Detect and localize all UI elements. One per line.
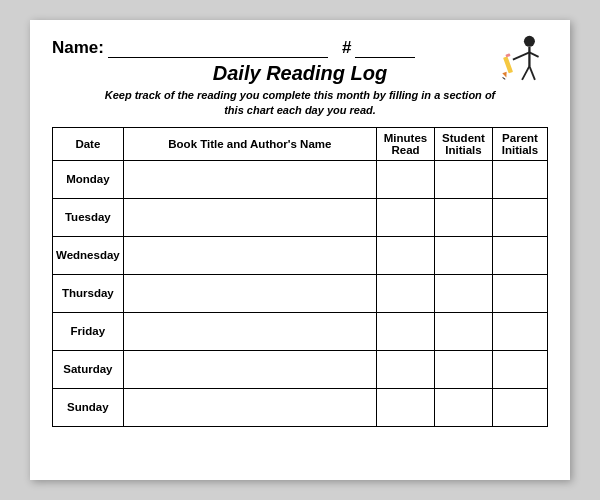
- minutes-cell: [377, 388, 435, 426]
- minutes-label: MinutesRead: [384, 132, 427, 156]
- page: Name: #: [30, 20, 570, 480]
- day-cell: Monday: [53, 160, 124, 198]
- col-header-date: Date: [53, 127, 124, 160]
- book-cell: [123, 198, 376, 236]
- book-cell: [123, 160, 376, 198]
- book-cell: [123, 236, 376, 274]
- table-row: Saturday: [53, 350, 548, 388]
- log-title: Daily Reading Log: [52, 62, 548, 85]
- student-initials-cell: [435, 274, 493, 312]
- minutes-cell: [377, 312, 435, 350]
- col-header-minutes: MinutesRead: [377, 127, 435, 160]
- table-row: Monday: [53, 160, 548, 198]
- svg-line-3: [529, 52, 538, 57]
- hash-section: #: [342, 38, 415, 58]
- parent-initials-cell: [493, 388, 548, 426]
- table-row: Sunday: [53, 388, 548, 426]
- day-cell: Sunday: [53, 388, 124, 426]
- header-area: Name: #: [52, 38, 548, 58]
- student-label: StudentInitials: [442, 132, 485, 156]
- day-cell: Thursday: [53, 274, 124, 312]
- book-cell: [123, 388, 376, 426]
- day-cell: Tuesday: [53, 198, 124, 236]
- parent-initials-cell: [493, 160, 548, 198]
- minutes-cell: [377, 198, 435, 236]
- hash-underline: [355, 40, 415, 58]
- parent-initials-cell: [493, 236, 548, 274]
- minutes-cell: [377, 160, 435, 198]
- parent-initials-cell: [493, 198, 548, 236]
- day-cell: Friday: [53, 312, 124, 350]
- book-cell: [123, 274, 376, 312]
- subtitle-line1: Keep track of the reading you complete t…: [105, 89, 496, 101]
- day-cell: Saturday: [53, 350, 124, 388]
- student-initials-cell: [435, 160, 493, 198]
- subtitle-line2: this chart each day you read.: [224, 104, 376, 116]
- day-cell: Wednesday: [53, 236, 124, 274]
- parent-initials-cell: [493, 312, 548, 350]
- student-initials-cell: [435, 350, 493, 388]
- name-underline: [108, 40, 328, 58]
- student-initials-cell: [435, 236, 493, 274]
- col-header-parent: ParentInitials: [493, 127, 548, 160]
- table-header-row: Date Book Title and Author's Name Minute…: [53, 127, 548, 160]
- col-header-book: Book Title and Author's Name: [123, 127, 376, 160]
- parent-label: ParentInitials: [502, 132, 538, 156]
- svg-line-2: [513, 52, 530, 59]
- svg-rect-9: [505, 53, 510, 57]
- book-cell: [123, 312, 376, 350]
- table-row: Friday: [53, 312, 548, 350]
- svg-line-4: [522, 66, 529, 80]
- table-row: Tuesday: [53, 198, 548, 236]
- hash-label: #: [342, 38, 351, 58]
- name-line: Name: #: [52, 38, 548, 58]
- reading-table: Date Book Title and Author's Name Minute…: [52, 127, 548, 427]
- person-icon: [498, 34, 548, 89]
- parent-initials-cell: [493, 350, 548, 388]
- svg-line-8: [503, 77, 506, 80]
- minutes-cell: [377, 350, 435, 388]
- minutes-cell: [377, 274, 435, 312]
- student-initials-cell: [435, 312, 493, 350]
- minutes-cell: [377, 236, 435, 274]
- student-initials-cell: [435, 388, 493, 426]
- svg-rect-6: [503, 56, 513, 73]
- svg-point-0: [524, 36, 535, 47]
- student-initials-cell: [435, 198, 493, 236]
- table-body: MondayTuesdayWednesdayThursdayFridaySatu…: [53, 160, 548, 426]
- svg-line-5: [529, 66, 535, 80]
- col-header-student: StudentInitials: [435, 127, 493, 160]
- parent-initials-cell: [493, 274, 548, 312]
- log-subtitle: Keep track of the reading you complete t…: [52, 88, 548, 119]
- table-row: Wednesday: [53, 236, 548, 274]
- name-label: Name:: [52, 38, 104, 58]
- table-row: Thursday: [53, 274, 548, 312]
- book-cell: [123, 350, 376, 388]
